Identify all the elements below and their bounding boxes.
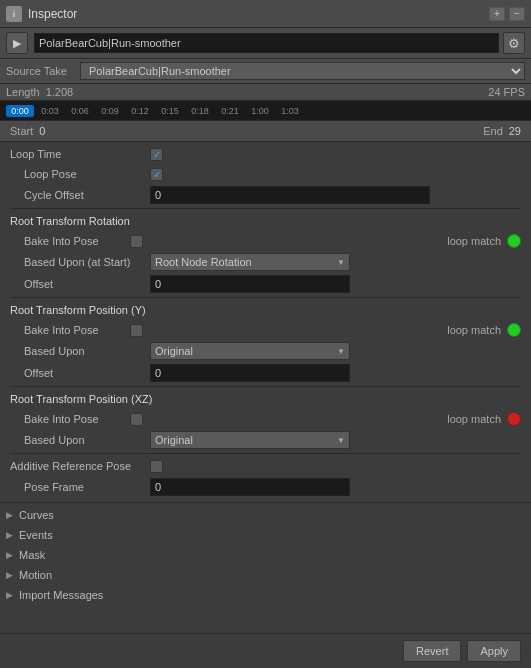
timeline-mark-5[interactable]: 0:15 [156, 106, 184, 116]
position-xz-based-upon-value: Original [155, 434, 193, 446]
title-bar: i Inspector + − [0, 0, 531, 28]
cycle-offset-input[interactable] [150, 186, 430, 204]
start-value: 0 [39, 125, 69, 137]
mask-row[interactable]: ▶ Mask [0, 545, 531, 565]
curves-arrow: ▶ [6, 510, 13, 520]
events-arrow: ▶ [6, 530, 13, 540]
loop-time-checkbox[interactable] [150, 148, 163, 161]
loop-time-label: Loop Time [10, 148, 150, 160]
motion-arrow: ▶ [6, 570, 13, 580]
events-label: Events [19, 529, 53, 541]
timeline-mark-3[interactable]: 0:09 [96, 106, 124, 116]
properties-section: Loop Time Loop Pose Cycle Offset Root Tr… [0, 142, 531, 500]
inspector-window: i Inspector + − ▶ ⚙ Source Take PolarBea… [0, 0, 531, 668]
loop-pose-row: Loop Pose [10, 164, 521, 184]
cycle-offset-row: Cycle Offset [10, 184, 521, 206]
rotation-based-upon-value: Root Node Rotation [155, 256, 252, 268]
divider-3 [10, 386, 521, 387]
rotation-offset-input[interactable] [150, 275, 350, 293]
import-messages-arrow: ▶ [6, 590, 13, 600]
import-messages-row[interactable]: ▶ Import Messages [0, 585, 531, 605]
position-y-bake-checkbox[interactable] [130, 324, 143, 337]
root-position-xz-label: Root Transform Position (XZ) [10, 393, 210, 405]
position-y-loop-match: loop match [447, 323, 521, 337]
rotation-based-upon-label: Based Upon (at Start) [10, 256, 150, 268]
divider-2 [10, 297, 521, 298]
timeline-mark-1[interactable]: 0:03 [36, 106, 64, 116]
position-y-based-upon-label: Based Upon [10, 345, 150, 357]
animation-name-input[interactable] [34, 33, 499, 53]
rotation-based-upon-dropdown[interactable]: Root Node Rotation ▼ [150, 253, 350, 271]
root-rotation-section-header: Root Transform Rotation [10, 211, 521, 231]
position-y-bake-label: Bake Into Pose [10, 324, 130, 336]
minus-button[interactable]: − [509, 7, 525, 21]
position-y-offset-label: Offset [10, 367, 150, 379]
position-y-loop-match-label: loop match [447, 324, 501, 336]
pose-frame-label: Pose Frame [10, 481, 150, 493]
root-rotation-label: Root Transform Rotation [10, 215, 210, 227]
timeline-mark-8[interactable]: 1:00 [246, 106, 274, 116]
position-xz-bake-row: Bake Into Pose loop match [10, 409, 521, 429]
import-messages-label: Import Messages [19, 589, 103, 601]
add-button[interactable]: + [489, 7, 505, 21]
window-title: Inspector [28, 7, 489, 21]
position-xz-loop-match: loop match [447, 412, 521, 426]
mask-arrow: ▶ [6, 550, 13, 560]
position-y-offset-row: Offset [10, 362, 521, 384]
rotation-bake-checkbox[interactable] [130, 235, 143, 248]
position-xz-based-upon-row: Based Upon Original ▼ [10, 429, 521, 451]
timeline-mark-0[interactable]: 0:00 [6, 105, 34, 117]
cycle-offset-label: Cycle Offset [10, 189, 150, 201]
divider-5 [0, 502, 531, 503]
gear-icon: ⚙ [508, 36, 520, 51]
position-xz-bake-checkbox[interactable] [130, 413, 143, 426]
source-take-select[interactable]: PolarBearCub|Run-smoother [80, 62, 525, 80]
root-position-y-section-header: Root Transform Position (Y) [10, 300, 521, 320]
loop-pose-checkbox[interactable] [150, 168, 163, 181]
position-y-bake-row: Bake Into Pose loop match [10, 320, 521, 340]
start-label: Start [10, 125, 33, 137]
position-y-based-upon-arrow: ▼ [337, 347, 345, 356]
rotation-loop-match-dot [507, 234, 521, 248]
timeline-mark-7[interactable]: 0:21 [216, 106, 244, 116]
position-y-based-upon-dropdown[interactable]: Original ▼ [150, 342, 350, 360]
motion-row[interactable]: ▶ Motion [0, 565, 531, 585]
position-xz-bake-label: Bake Into Pose [10, 413, 130, 425]
timeline-bar: 0:00 0:03 0:06 0:09 0:12 0:15 0:18 0:21 … [0, 101, 531, 121]
timeline-mark-9[interactable]: 1:03 [276, 106, 304, 116]
position-xz-loop-match-label: loop match [447, 413, 501, 425]
divider-4 [10, 453, 521, 454]
additive-ref-checkbox[interactable] [150, 460, 163, 473]
position-y-based-upon-row: Based Upon Original ▼ [10, 340, 521, 362]
revert-button[interactable]: Revert [403, 640, 461, 662]
curves-label: Curves [19, 509, 54, 521]
position-xz-based-upon-label: Based Upon [10, 434, 150, 446]
curves-row[interactable]: ▶ Curves [0, 505, 531, 525]
position-xz-based-upon-dropdown[interactable]: Original ▼ [150, 431, 350, 449]
loop-time-row: Loop Time [10, 144, 521, 164]
timeline-mark-2[interactable]: 0:06 [66, 106, 94, 116]
length-label: Length [6, 86, 40, 98]
rotation-offset-row: Offset [10, 273, 521, 295]
fps-label: 24 FPS [488, 86, 525, 98]
end-label: End [483, 125, 503, 137]
additive-ref-label: Additive Reference Pose [10, 460, 150, 472]
animation-header: ▶ ⚙ [0, 28, 531, 59]
pose-frame-input[interactable] [150, 478, 350, 496]
rotation-bake-label: Bake Into Pose [10, 235, 130, 247]
rotation-bake-row: Bake Into Pose loop match [10, 231, 521, 251]
position-y-offset-input[interactable] [150, 364, 350, 382]
play-button[interactable]: ▶ [6, 32, 28, 54]
apply-button[interactable]: Apply [467, 640, 521, 662]
gear-button[interactable]: ⚙ [503, 32, 525, 54]
timeline-header: Length 1.208 24 FPS [0, 84, 531, 101]
timeline-mark-6[interactable]: 0:18 [186, 106, 214, 116]
root-position-y-label: Root Transform Position (Y) [10, 304, 210, 316]
timeline-mark-4[interactable]: 0:12 [126, 106, 154, 116]
mask-label: Mask [19, 549, 45, 561]
play-icon: ▶ [13, 37, 21, 50]
window-icon: i [6, 6, 22, 22]
events-row[interactable]: ▶ Events [0, 525, 531, 545]
position-xz-loop-match-dot [507, 412, 521, 426]
rotation-based-upon-arrow: ▼ [337, 258, 345, 267]
